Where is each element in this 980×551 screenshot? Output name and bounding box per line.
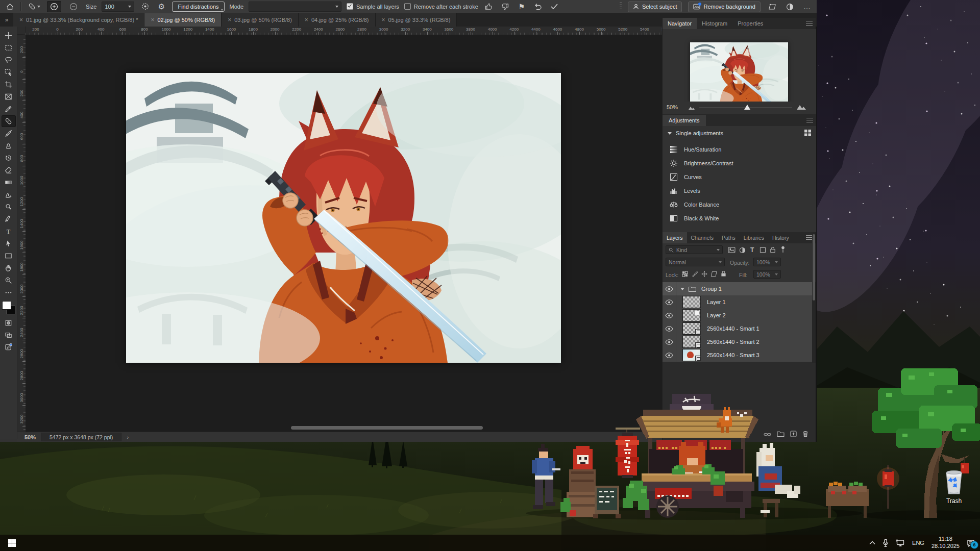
- gear-icon[interactable]: ⚙: [156, 2, 167, 12]
- layer-row[interactable]: Layer 2: [663, 309, 812, 322]
- close-tab-icon[interactable]: ×: [228, 16, 231, 23]
- document-tab[interactable]: × 01.jpg @ 33.3% (Background copy, RGB/8…: [13, 13, 144, 27]
- adjustments-menu-icon[interactable]: [806, 118, 813, 123]
- find-distractions-button[interactable]: Find distractions: [172, 2, 224, 12]
- panel-tab-paths[interactable]: Paths: [718, 232, 740, 243]
- lock-artboard-icon[interactable]: [710, 271, 717, 277]
- tool-type[interactable]: T: [2, 226, 16, 237]
- foreground-color-swatch[interactable]: [2, 301, 11, 310]
- filter-adjustment-layers-icon[interactable]: [739, 247, 746, 254]
- thumbs-down-icon[interactable]: [500, 2, 511, 12]
- zoom-level[interactable]: 50%: [24, 434, 36, 440]
- tool-pen[interactable]: [2, 213, 16, 225]
- tool-gradient[interactable]: [2, 177, 16, 188]
- language-indicator[interactable]: ENG: [912, 540, 924, 546]
- tool-zoom[interactable]: [2, 274, 16, 286]
- adjustment-item-levels[interactable]: Levels: [663, 184, 816, 197]
- layer-visibility-toggle[interactable]: [663, 322, 676, 335]
- navigator-zoom-value[interactable]: 50%: [667, 104, 678, 110]
- close-tab-icon[interactable]: ×: [19, 16, 23, 23]
- navigator-thumbnail[interactable]: [690, 42, 788, 104]
- commit-check-icon[interactable]: [549, 2, 560, 12]
- panel-tab-layers[interactable]: Layers: [663, 232, 687, 243]
- layer-row[interactable]: 2560x1440 - Smart 2: [663, 335, 812, 349]
- panel-scrollbar-thumb[interactable]: [813, 234, 815, 300]
- panel-tab-channels[interactable]: Channels: [687, 232, 718, 243]
- grid-view-icon[interactable]: [804, 130, 811, 136]
- document-tab[interactable]: × 05.jpg @ 33.3% (RGB/8): [376, 13, 457, 27]
- color-swatches[interactable]: [2, 301, 15, 314]
- drag-grip[interactable]: [620, 3, 622, 11]
- tool-smudge[interactable]: [2, 189, 16, 201]
- tool-frame[interactable]: [2, 91, 16, 103]
- network-display-icon[interactable]: [896, 539, 905, 546]
- subtract-from-selection-button[interactable]: [66, 1, 81, 12]
- adjustment-item-curves[interactable]: Curves: [663, 170, 816, 184]
- group-expand-chevron-icon[interactable]: [680, 288, 684, 290]
- status-chevron-icon[interactable]: ›: [127, 434, 129, 440]
- layer-name[interactable]: Layer 1: [707, 299, 726, 305]
- close-tab-icon[interactable]: ×: [151, 16, 154, 23]
- undo-icon[interactable]: [532, 2, 544, 12]
- brush-settings-icon[interactable]: [139, 2, 151, 12]
- tool-object-selection[interactable]: [2, 66, 16, 78]
- layer-visibility-toggle[interactable]: [663, 309, 676, 322]
- layer-thumbnail[interactable]: [682, 322, 701, 335]
- mode-dropdown[interactable]: [249, 2, 341, 12]
- single-adjustments-toggle[interactable]: Single adjustments: [668, 130, 723, 136]
- layer-thumbnail[interactable]: [682, 296, 701, 308]
- layer-name[interactable]: 2560x1440 - Smart 1: [707, 325, 760, 332]
- lock-position-icon[interactable]: [701, 271, 707, 277]
- layer-visibility-toggle[interactable]: [663, 335, 676, 348]
- start-button[interactable]: [0, 535, 23, 551]
- layer-visibility-toggle[interactable]: [663, 282, 676, 295]
- opacity-dropdown[interactable]: 100%: [753, 258, 781, 266]
- tool-move[interactable]: [2, 30, 16, 41]
- tool-eyedropper[interactable]: [2, 103, 16, 115]
- screen-mode-button[interactable]: [2, 329, 16, 341]
- sample-all-layers-checkbox[interactable]: Sample all layers: [347, 3, 399, 10]
- panel-tab-libraries[interactable]: Libraries: [740, 232, 768, 243]
- adjustment-item-black-white[interactable]: Black & White: [663, 211, 816, 225]
- layer-row[interactable]: 2560x1440 - Smart 1: [663, 322, 812, 336]
- document-canvas[interactable]: [126, 73, 561, 363]
- document-tab[interactable]: × 03.jpg @ 50% (RGB/8): [222, 13, 299, 27]
- healing-brush-preset-icon[interactable]: [27, 2, 42, 12]
- panel-tab-history[interactable]: History: [768, 232, 793, 243]
- select-subject-button[interactable]: Select subject: [628, 2, 682, 12]
- document-tab[interactable]: × 02.jpg @ 50% (RGB/8): [144, 13, 222, 27]
- notification-center-icon[interactable]: 6: [967, 539, 975, 547]
- transform-icon[interactable]: [767, 2, 778, 12]
- tool-lasso[interactable]: [2, 54, 16, 66]
- flag-icon[interactable]: ⚑: [516, 2, 527, 12]
- thumbs-up-icon[interactable]: [483, 2, 495, 12]
- tool-clone-stamp[interactable]: [2, 140, 16, 152]
- quick-mask-button[interactable]: [2, 317, 16, 329]
- tool-dodge[interactable]: [2, 201, 16, 213]
- horizontal-ruler[interactable]: 200 0 200 400 600 800 1000 1200 1400 160…: [26, 27, 662, 35]
- adjustment-item-hue-saturation[interactable]: Hue/Saturation: [663, 142, 816, 156]
- home-icon[interactable]: [4, 2, 15, 12]
- zoom-in-mountain-icon[interactable]: [796, 104, 806, 110]
- tool-path-selection[interactable]: [2, 238, 16, 249]
- lock-transparency-icon[interactable]: [682, 271, 688, 277]
- filter-shape-layers-icon[interactable]: [760, 247, 766, 253]
- layer-thumbnail[interactable]: [682, 336, 701, 348]
- tool-crop[interactable]: [2, 79, 16, 90]
- panel-scrollbar[interactable]: [812, 232, 816, 363]
- lock-pixels-icon[interactable]: [692, 271, 698, 277]
- layer-name[interactable]: Layer 2: [707, 312, 726, 318]
- share-feedback-icon[interactable]: [2, 341, 16, 353]
- close-tab-icon[interactable]: ×: [305, 16, 308, 23]
- adjustments-tab[interactable]: Adjustments: [663, 115, 706, 126]
- tool-brush[interactable]: [2, 128, 16, 139]
- close-tab-icon[interactable]: ×: [382, 16, 385, 23]
- layer-row[interactable]: Layer 1: [663, 295, 812, 309]
- layer-filter-dropdown[interactable]: Kind: [666, 245, 723, 254]
- clock[interactable]: 11:18 28.10.2025: [932, 536, 960, 550]
- filter-smart-objects-icon[interactable]: [770, 246, 776, 253]
- tray-chevron-up-icon[interactable]: [869, 541, 875, 545]
- blend-mode-dropdown[interactable]: Normal: [666, 258, 725, 266]
- tool-spot-healing[interactable]: [2, 115, 16, 127]
- panel-tab-properties[interactable]: Properties: [732, 18, 768, 29]
